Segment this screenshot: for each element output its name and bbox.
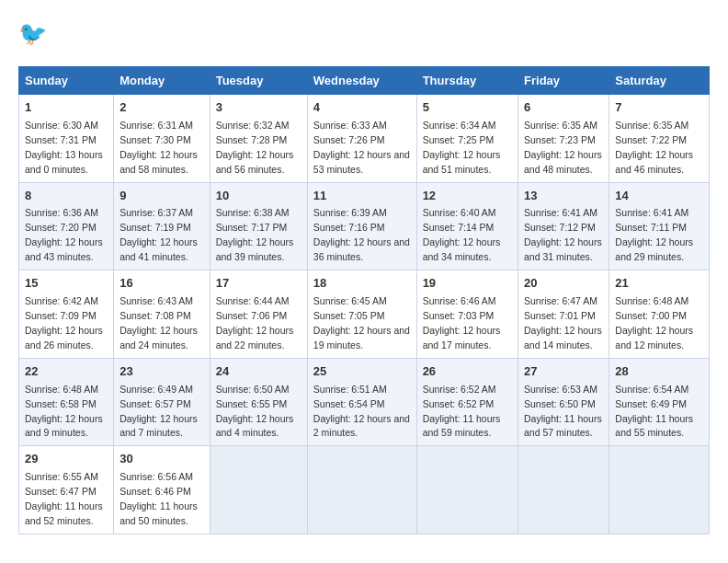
- calendar-cell: 13Sunrise: 6:41 AMSunset: 7:12 PMDayligh…: [518, 182, 609, 270]
- calendar-week-row: 1Sunrise: 6:30 AMSunset: 7:31 PMDaylight…: [19, 95, 710, 183]
- calendar-cell: 8Sunrise: 6:36 AMSunset: 7:20 PMDaylight…: [19, 182, 114, 270]
- cell-sunset: Sunset: 7:17 PM: [216, 222, 288, 233]
- cell-sunrise: Sunrise: 6:35 AM: [524, 120, 597, 131]
- cell-daylight: Daylight: 12 hours and 41 minutes.: [119, 236, 198, 262]
- day-number: 27: [524, 363, 603, 381]
- cell-sunrise: Sunrise: 6:42 AM: [25, 295, 98, 306]
- weekday-header-saturday: Saturday: [609, 67, 710, 95]
- cell-sunset: Sunset: 7:01 PM: [524, 310, 596, 321]
- day-number: 28: [615, 363, 703, 381]
- calendar-cell: 27Sunrise: 6:53 AMSunset: 6:50 PMDayligh…: [518, 358, 609, 446]
- svg-text:🐦: 🐦: [18, 19, 48, 48]
- day-number: 30: [119, 451, 204, 468]
- cell-daylight: Daylight: 12 hours and 36 minutes.: [313, 236, 410, 262]
- cell-daylight: Daylight: 12 hours and 19 minutes.: [313, 325, 410, 350]
- cell-sunrise: Sunrise: 6:38 AM: [216, 207, 290, 218]
- cell-sunset: Sunset: 7:22 PM: [615, 134, 687, 145]
- day-number: 14: [615, 188, 703, 205]
- cell-daylight: Daylight: 11 hours and 50 minutes.: [119, 500, 198, 526]
- calendar-cell: 7Sunrise: 6:35 AMSunset: 7:22 PMDaylight…: [609, 95, 710, 183]
- cell-sunrise: Sunrise: 6:49 AM: [119, 384, 193, 395]
- cell-sunrise: Sunrise: 6:51 AM: [313, 384, 387, 395]
- cell-sunrise: Sunrise: 6:30 AM: [25, 120, 98, 131]
- calendar-cell: 15Sunrise: 6:42 AMSunset: 7:09 PMDayligh…: [19, 270, 114, 359]
- day-number: 23: [119, 363, 204, 381]
- day-number: 16: [119, 275, 204, 293]
- day-number: 3: [216, 99, 301, 117]
- cell-sunset: Sunset: 7:03 PM: [423, 310, 495, 321]
- cell-sunset: Sunset: 7:08 PM: [119, 310, 191, 321]
- day-number: 18: [313, 275, 411, 293]
- day-number: 11: [313, 188, 411, 205]
- calendar-cell: 17Sunrise: 6:44 AMSunset: 7:06 PMDayligh…: [210, 270, 307, 359]
- cell-sunset: Sunset: 7:23 PM: [524, 134, 596, 145]
- cell-sunset: Sunset: 6:54 PM: [313, 398, 385, 409]
- cell-daylight: Daylight: 12 hours and 51 minutes.: [423, 149, 501, 175]
- calendar-week-row: 15Sunrise: 6:42 AMSunset: 7:09 PMDayligh…: [19, 270, 710, 359]
- cell-sunrise: Sunrise: 6:45 AM: [313, 295, 387, 306]
- cell-sunrise: Sunrise: 6:43 AM: [119, 295, 193, 306]
- calendar-cell: 24Sunrise: 6:50 AMSunset: 6:55 PMDayligh…: [210, 358, 307, 446]
- cell-sunset: Sunset: 7:09 PM: [25, 310, 97, 321]
- cell-sunrise: Sunrise: 6:32 AM: [216, 120, 290, 131]
- day-number: 13: [524, 188, 603, 205]
- cell-sunrise: Sunrise: 6:52 AM: [423, 384, 496, 395]
- calendar-cell: 10Sunrise: 6:38 AMSunset: 7:17 PMDayligh…: [210, 182, 307, 270]
- calendar-cell: 1Sunrise: 6:30 AMSunset: 7:31 PMDaylight…: [19, 95, 114, 183]
- cell-sunset: Sunset: 6:58 PM: [25, 398, 97, 409]
- logo: 🐦: [18, 18, 55, 52]
- day-number: 5: [423, 99, 512, 117]
- day-number: 1: [25, 99, 108, 117]
- day-number: 20: [524, 275, 603, 293]
- cell-sunrise: Sunrise: 6:47 AM: [524, 295, 597, 306]
- calendar-cell: [210, 446, 307, 534]
- cell-sunrise: Sunrise: 6:34 AM: [423, 120, 496, 131]
- cell-sunrise: Sunrise: 6:41 AM: [524, 207, 597, 218]
- cell-sunrise: Sunrise: 6:37 AM: [119, 207, 193, 218]
- cell-sunrise: Sunrise: 6:31 AM: [119, 120, 193, 131]
- weekday-header-monday: Monday: [114, 67, 210, 95]
- calendar-cell: [416, 446, 518, 534]
- cell-daylight: Daylight: 12 hours and 34 minutes.: [423, 236, 501, 262]
- logo-bird-icon: 🐦: [18, 18, 51, 52]
- weekday-header-sunday: Sunday: [19, 67, 114, 95]
- cell-daylight: Daylight: 12 hours and 29 minutes.: [615, 236, 693, 262]
- cell-sunset: Sunset: 7:26 PM: [313, 134, 385, 145]
- day-number: 6: [524, 99, 603, 117]
- weekday-header-wednesday: Wednesday: [307, 67, 416, 95]
- cell-sunset: Sunset: 6:57 PM: [119, 398, 191, 409]
- cell-daylight: Daylight: 12 hours and 46 minutes.: [615, 149, 693, 175]
- day-number: 4: [313, 99, 411, 117]
- cell-sunrise: Sunrise: 6:33 AM: [313, 120, 387, 131]
- day-number: 25: [313, 363, 411, 381]
- cell-daylight: Daylight: 12 hours and 24 minutes.: [119, 325, 198, 350]
- cell-sunrise: Sunrise: 6:39 AM: [313, 207, 387, 218]
- calendar-table: SundayMondayTuesdayWednesdayThursdayFrid…: [18, 66, 710, 534]
- cell-sunset: Sunset: 7:16 PM: [313, 222, 385, 233]
- day-number: 10: [216, 188, 301, 205]
- day-number: 22: [25, 363, 108, 381]
- cell-daylight: Daylight: 12 hours and 31 minutes.: [524, 236, 602, 262]
- page-header: 🐦: [18, 18, 710, 52]
- calendar-week-row: 8Sunrise: 6:36 AMSunset: 7:20 PMDaylight…: [19, 182, 710, 270]
- cell-sunset: Sunset: 6:47 PM: [25, 486, 97, 497]
- day-number: 12: [423, 188, 512, 205]
- cell-sunset: Sunset: 7:30 PM: [119, 134, 191, 145]
- cell-sunrise: Sunrise: 6:40 AM: [423, 207, 496, 218]
- calendar-cell: 20Sunrise: 6:47 AMSunset: 7:01 PMDayligh…: [518, 270, 609, 359]
- calendar-cell: [518, 446, 609, 534]
- cell-daylight: Daylight: 12 hours and 53 minutes.: [313, 149, 410, 175]
- calendar-cell: [307, 446, 416, 534]
- cell-sunset: Sunset: 7:20 PM: [25, 222, 97, 233]
- cell-daylight: Daylight: 12 hours and 56 minutes.: [216, 149, 294, 175]
- cell-daylight: Daylight: 12 hours and 48 minutes.: [524, 149, 602, 175]
- cell-sunrise: Sunrise: 6:50 AM: [216, 384, 290, 395]
- day-number: 24: [216, 363, 301, 381]
- weekday-header-tuesday: Tuesday: [210, 67, 307, 95]
- cell-sunset: Sunset: 6:52 PM: [423, 398, 495, 409]
- cell-sunrise: Sunrise: 6:46 AM: [423, 295, 496, 306]
- cell-sunrise: Sunrise: 6:53 AM: [524, 384, 597, 395]
- calendar-cell: 9Sunrise: 6:37 AMSunset: 7:19 PMDaylight…: [114, 182, 210, 270]
- cell-daylight: Daylight: 12 hours and 43 minutes.: [25, 236, 103, 262]
- cell-daylight: Daylight: 12 hours and 26 minutes.: [25, 325, 103, 350]
